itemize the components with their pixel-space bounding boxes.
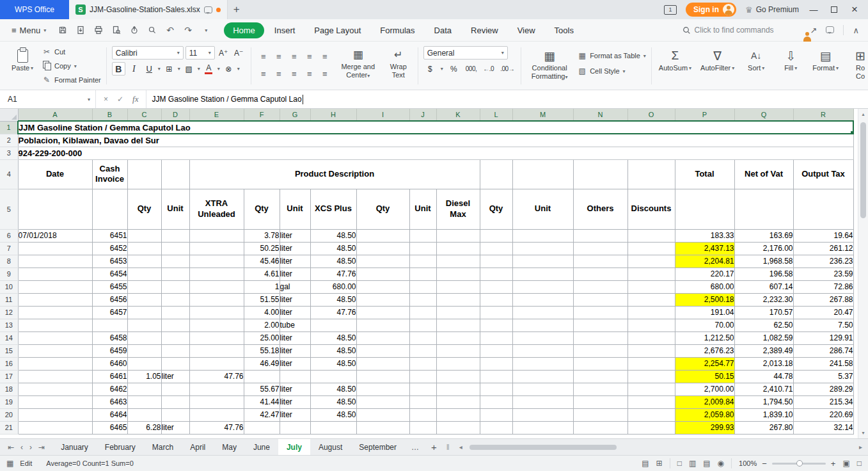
cell-J16[interactable]: [409, 357, 436, 370]
borders-button[interactable]: ⊞: [162, 62, 176, 76]
cell-Q7[interactable]: 2,176.00: [734, 242, 793, 255]
command-search-box[interactable]: Click to find commands: [683, 26, 791, 35]
grid-options-icon[interactable]: ⊞: [656, 459, 663, 468]
cell-M20[interactable]: [512, 408, 573, 421]
workbook-stats-icon[interactable]: ▤: [642, 459, 649, 468]
cell-N7[interactable]: [573, 242, 627, 255]
cell-Q18[interactable]: 2,410.71: [734, 383, 793, 395]
cell-P9[interactable]: 220.17: [675, 267, 734, 280]
cell-P20[interactable]: 2,059.80: [675, 408, 734, 421]
cell-P4[interactable]: Total: [675, 159, 734, 189]
cell-K17[interactable]: [436, 370, 480, 383]
fit-window-button[interactable]: □: [857, 459, 862, 468]
cell-A13[interactable]: [18, 319, 92, 331]
cell-G20[interactable]: liter: [280, 408, 310, 421]
cell-P7[interactable]: 2,437.13: [675, 242, 734, 255]
cell-O18[interactable]: [627, 383, 675, 395]
cell-K12[interactable]: [436, 306, 480, 319]
cell-E4[interactable]: Product Description: [189, 159, 480, 189]
cell-O5[interactable]: Discounts: [627, 189, 675, 229]
cell-M9[interactable]: [512, 267, 573, 280]
cell-B18[interactable]: 6462: [92, 383, 127, 395]
cell-E15[interactable]: [189, 344, 244, 357]
cell-R4[interactable]: Output Tax: [793, 159, 853, 189]
cell-J10[interactable]: [409, 280, 436, 293]
cell-R12[interactable]: 20.47: [793, 306, 853, 319]
font-color-button[interactable]: A: [202, 62, 216, 76]
cell-C9[interactable]: [127, 267, 161, 280]
cell-D20[interactable]: [161, 408, 189, 421]
cell-I16[interactable]: [356, 357, 409, 370]
cell-O12[interactable]: [627, 306, 675, 319]
cell-A9[interactable]: [18, 267, 92, 280]
cell-F20[interactable]: 42.47: [244, 408, 280, 421]
cell-F12[interactable]: 4.00: [244, 306, 280, 319]
cell-A21[interactable]: [18, 421, 92, 434]
cell-H20[interactable]: 48.50: [310, 408, 356, 421]
cell-B13[interactable]: [92, 319, 127, 331]
font-size-select[interactable]: 11▾: [185, 46, 215, 60]
distribute-button[interactable]: ≡: [322, 69, 327, 79]
format-painter-button[interactable]: ✎Format Painter: [42, 76, 101, 84]
cell-O13[interactable]: [627, 319, 675, 331]
tab-page-layout[interactable]: Page Layout: [305, 22, 370, 38]
cell-J20[interactable]: [409, 408, 436, 421]
tab-insert[interactable]: Insert: [265, 22, 304, 38]
cell-G5[interactable]: Unit: [280, 189, 310, 229]
page-layout-view-button[interactable]: ▤: [703, 459, 710, 468]
cell-B5[interactable]: [92, 189, 127, 229]
cell-C18[interactable]: [127, 383, 161, 395]
cell-M7[interactable]: [512, 242, 573, 255]
cell-P16[interactable]: 2,254.77: [675, 357, 734, 370]
cell-E21[interactable]: 47.76: [189, 421, 244, 434]
cell-Q9[interactable]: 196.58: [734, 267, 793, 280]
cell-M11[interactable]: [512, 293, 573, 306]
cell-R19[interactable]: 215.34: [793, 395, 853, 408]
cell-H8[interactable]: 48.50: [310, 255, 356, 267]
cell-F16[interactable]: 46.49: [244, 357, 280, 370]
cell-C5[interactable]: Qty: [127, 189, 161, 229]
input-mode-icon[interactable]: ▦: [6, 459, 13, 468]
cell-E5[interactable]: XTRA Unleaded: [189, 189, 244, 229]
cell-H10[interactable]: 680.00: [310, 280, 356, 293]
cell-F9[interactable]: 4.61: [244, 267, 280, 280]
cell-B7[interactable]: 6452: [92, 242, 127, 255]
cell-A10[interactable]: [18, 280, 92, 293]
cell-I20[interactable]: [356, 408, 409, 421]
cell-Q8[interactable]: 1,968.58: [734, 255, 793, 267]
add-sheet-button[interactable]: +: [425, 439, 443, 455]
minimize-button[interactable]: —: [808, 5, 819, 15]
cell-O19[interactable]: [627, 395, 675, 408]
cell-F11[interactable]: 51.55: [244, 293, 280, 306]
copy-button[interactable]: Copy▾: [42, 61, 101, 71]
row-header-17[interactable]: 17: [0, 370, 18, 383]
fullscreen-button[interactable]: ▣: [842, 459, 849, 468]
sheet-tab-april[interactable]: April: [182, 439, 214, 455]
cell-D21[interactable]: liter: [161, 421, 189, 434]
decrease-indent-button[interactable]: ≡: [307, 52, 312, 61]
cell-J6[interactable]: [409, 229, 436, 242]
cell-I18[interactable]: [356, 383, 409, 395]
cell-O4[interactable]: [627, 159, 675, 189]
cell-E10[interactable]: [189, 280, 244, 293]
cell-N5[interactable]: Others: [573, 189, 627, 229]
cell-D10[interactable]: [161, 280, 189, 293]
cell-B17[interactable]: 6461: [92, 370, 127, 383]
column-header-R[interactable]: R: [793, 109, 853, 121]
cell-O10[interactable]: [627, 280, 675, 293]
cut-button[interactable]: ✂Cut: [42, 47, 101, 56]
eye-protection-button[interactable]: ◉: [718, 459, 724, 468]
cell-D14[interactable]: [161, 331, 189, 344]
paste-button[interactable]: Paste▾: [8, 46, 37, 74]
column-header-E[interactable]: E: [189, 109, 244, 121]
cell-A8[interactable]: [18, 255, 92, 267]
cell-J21[interactable]: [409, 421, 436, 434]
cell-H14[interactable]: 48.50: [310, 331, 356, 344]
cell-L10[interactable]: [480, 280, 512, 293]
column-header-H[interactable]: H: [310, 109, 356, 121]
cell-P14[interactable]: 1,212.50: [675, 331, 734, 344]
align-right-button[interactable]: ≡: [292, 69, 297, 79]
cell-A18[interactable]: [18, 383, 92, 395]
sheet-tab-august[interactable]: August: [310, 439, 351, 455]
cell-L11[interactable]: [480, 293, 512, 306]
